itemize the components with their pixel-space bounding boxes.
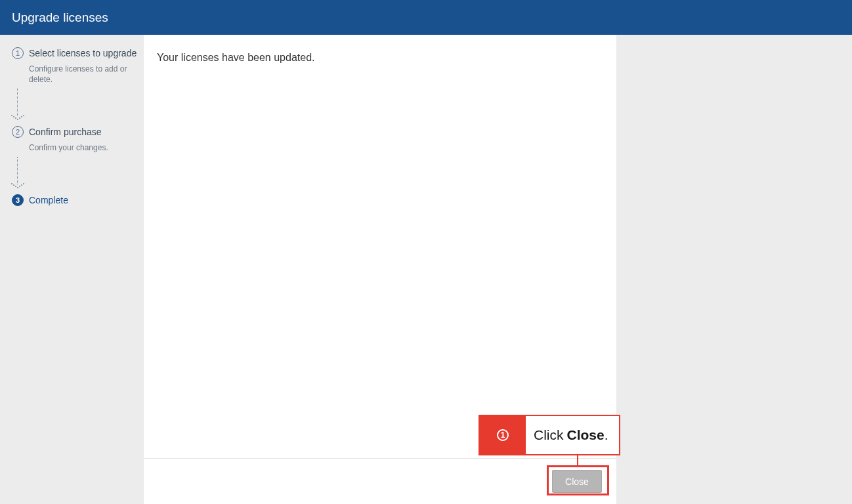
step-description: Confirm your changes.	[29, 142, 144, 153]
footer-bar: Close	[144, 458, 616, 504]
step-connector	[17, 89, 144, 125]
callout-text-prefix: Click	[534, 427, 564, 443]
right-empty-area	[617, 35, 852, 504]
callout-number-icon: 1	[497, 429, 509, 441]
callout-text-bold: Close	[567, 427, 605, 443]
callout-connector-line	[577, 455, 578, 465]
wizard-step-complete: 3 Complete	[12, 194, 144, 207]
step-connector	[17, 157, 144, 194]
step-title: Complete	[29, 194, 144, 207]
body-area: 1 Select licenses to upgrade Configure l…	[0, 35, 852, 504]
header-bar: Upgrade licenses	[0, 0, 852, 35]
wizard-step-select-licenses: 1 Select licenses to upgrade Configure l…	[12, 47, 144, 85]
step-number-icon: 1	[12, 47, 24, 59]
step-title: Confirm purchase	[29, 125, 144, 138]
update-success-message: Your licenses have been updated.	[157, 52, 603, 64]
step-number-icon: 3	[12, 194, 24, 206]
close-button[interactable]: Close	[552, 470, 602, 493]
page-title: Upgrade licenses	[12, 10, 108, 25]
callout-number-badge: 1	[480, 416, 526, 454]
instruction-callout: 1 Click Close.	[479, 415, 620, 455]
callout-text: Click Close.	[526, 416, 616, 454]
wizard-step-confirm-purchase: 2 Confirm purchase Confirm your changes.	[12, 125, 144, 153]
step-description: Configure licenses to add or delete.	[29, 64, 144, 85]
step-title: Select licenses to upgrade	[29, 47, 144, 60]
main-content: Your licenses have been updated.	[144, 35, 616, 458]
step-number-icon: 2	[12, 126, 24, 138]
wizard-sidebar: 1 Select licenses to upgrade Configure l…	[0, 35, 144, 504]
callout-text-suffix: .	[605, 427, 608, 443]
